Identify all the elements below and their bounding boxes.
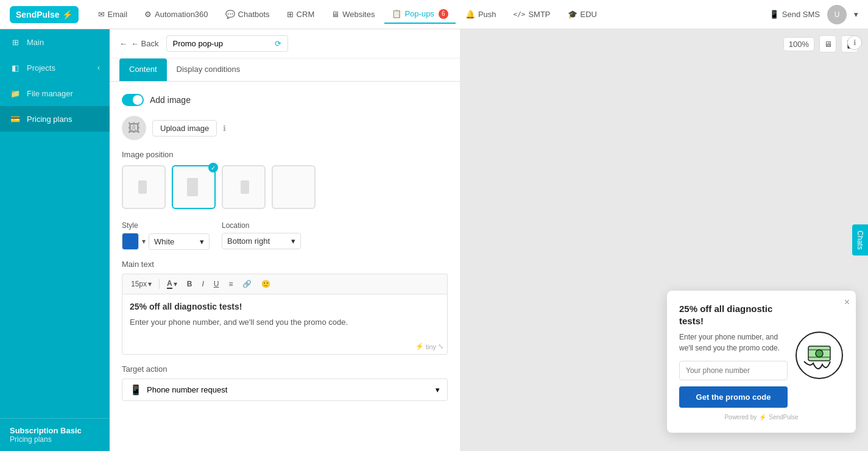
main-icon: ⊞: [10, 37, 21, 48]
popups-icon: 📋: [392, 9, 401, 18]
nav-email[interactable]: ✉ Email: [91, 6, 135, 23]
style-label: Style: [122, 221, 210, 230]
send-sms-button[interactable]: 📱 Send SMS: [769, 10, 820, 19]
position-option-full-width[interactable]: [272, 165, 316, 209]
add-image-toggle[interactable]: [122, 94, 144, 106]
chevron-down-icon[interactable]: ▾: [854, 10, 858, 19]
projects-chevron: ‹: [97, 63, 100, 72]
nav-chatbots[interactable]: 💬 Chatbots: [218, 6, 277, 23]
font-size-selector[interactable]: 15px ▾: [129, 279, 154, 289]
sidebar-item-projects[interactable]: ◧ Projects ‹: [0, 55, 110, 80]
emoji-tool[interactable]: 🙂: [259, 279, 273, 289]
text-toolbar: 15px ▾ A ▾ B I U ≡ 🔗 🙂: [122, 274, 448, 294]
main-text-section: Main text 15px ▾ A ▾ B I U: [122, 260, 448, 355]
chevron-down-icon-font: ▾: [148, 280, 152, 288]
refresh-icon: ⟳: [275, 39, 281, 48]
desktop-icon: 🖥: [824, 40, 832, 49]
image-position-label: Image position: [122, 150, 448, 159]
sidebar-item-pricing-plans[interactable]: 💳 Pricing plans: [0, 106, 110, 132]
location-group: Location Bottom right ▾: [222, 221, 301, 250]
toolbar-divider-1: [159, 279, 160, 289]
chevron-down-icon-style[interactable]: ▾: [142, 237, 146, 246]
tab-content[interactable]: Content: [119, 59, 167, 81]
pos-icon-full-width: [289, 173, 298, 201]
image-placeholder: 🖼: [122, 116, 146, 140]
sidebar-footer: Subscription Basic Pricing plans: [0, 418, 110, 451]
brand-logo[interactable]: SendPulse ⚡: [10, 6, 79, 23]
nav-crm[interactable]: ⊞ CRM: [280, 6, 322, 23]
plan-name: Subscription Basic: [10, 426, 100, 435]
powered-brand-name: SendPulse: [769, 414, 798, 421]
add-image-row: Add image: [122, 94, 448, 106]
color-swatch[interactable]: [122, 233, 139, 250]
main-layout: ⊞ Main ◧ Projects ‹ 📁 File manager 💳 Pri…: [0, 29, 868, 451]
location-dropdown[interactable]: Bottom right ▾: [222, 233, 301, 249]
image-placeholder-icon: 🖼: [128, 121, 140, 135]
theme-dropdown[interactable]: White ▾: [149, 233, 210, 250]
popup-title: 25% off all diagnostic tests!: [679, 303, 788, 327]
editor-scroll[interactable]: Add image 🖼 Upload image ℹ Image positio…: [110, 82, 460, 451]
powered-by-text: Powered by: [724, 414, 757, 421]
popup-close-button[interactable]: ×: [844, 297, 850, 308]
link-tool[interactable]: 🔗: [240, 279, 254, 289]
text-editor[interactable]: 25% off all diagnostic tests! Enter your…: [122, 294, 448, 355]
font-color-tool[interactable]: A ▾: [164, 278, 180, 290]
desktop-view-button[interactable]: 🖥: [819, 35, 836, 52]
bold-tool[interactable]: B: [185, 279, 195, 289]
back-arrow-icon: ←: [119, 39, 127, 48]
chatbots-icon: 💬: [225, 10, 235, 19]
popup-cta-button[interactable]: Get the promo code: [679, 386, 788, 408]
popup-phone-input[interactable]: [679, 361, 788, 380]
resize-handle[interactable]: ⤡: [438, 343, 443, 350]
style-group: Style ▾ White ▾: [122, 221, 210, 250]
preview-info-button[interactable]: ℹ: [847, 35, 862, 50]
align-tool[interactable]: ≡: [226, 279, 235, 289]
brand-name: SendPulse: [16, 10, 60, 20]
chats-tab[interactable]: Chats: [852, 224, 868, 255]
position-selected-check: ✓: [208, 163, 218, 172]
nav-edu[interactable]: 🎓 EDU: [560, 6, 604, 23]
font-color-icon: A: [167, 279, 172, 289]
chevron-down-icon-location: ▾: [291, 236, 295, 246]
svg-point-2: [816, 350, 823, 357]
nav-websites[interactable]: 🖥 Websites: [324, 6, 382, 23]
tab-display-conditions[interactable]: Display conditions: [167, 59, 250, 81]
italic-tool[interactable]: I: [199, 279, 206, 289]
nav-popups[interactable]: 📋 Pop-ups 6: [384, 5, 455, 24]
position-option-left-inline[interactable]: [122, 165, 166, 209]
text-bold-content: 25% off all diagnostic tests!: [130, 302, 440, 311]
image-position-section: Image position: [122, 150, 448, 209]
popup-footer: Powered by ⚡ SendPulse: [679, 414, 844, 421]
tabs-row: Content Display conditions: [110, 59, 460, 82]
image-upload-row: 🖼 Upload image ℹ: [122, 116, 448, 140]
upload-image-button[interactable]: Upload image: [152, 120, 217, 137]
sidebar-item-file-manager[interactable]: 📁 File manager: [0, 80, 110, 106]
preview-area: 100% 🖥 📱 ℹ × 25% off all diagnostic test…: [460, 29, 868, 451]
text-normal-content: Enter your phone number, and we'll send …: [130, 316, 440, 328]
style-location-row: Style ▾ White ▾ Location: [122, 221, 448, 250]
nav-smtp[interactable]: </> SMTP: [506, 6, 558, 23]
pos-icon-left-inline: [133, 176, 154, 199]
pos-icon-left-large: [182, 173, 205, 201]
info-icon[interactable]: ℹ: [223, 124, 226, 133]
position-option-left-large[interactable]: ✓: [172, 165, 216, 209]
pos-icon-right-inline: [233, 176, 254, 199]
plan-label: Pricing plans: [10, 435, 100, 444]
sidebar-item-main[interactable]: ⊞ Main: [0, 29, 110, 55]
underline-tool[interactable]: U: [211, 279, 222, 289]
add-image-label: Add image: [150, 95, 191, 105]
file-manager-icon: 📁: [10, 88, 21, 99]
popup-preview-widget: × 25% off all diagnostic tests! Enter yo…: [667, 291, 856, 433]
nav-automation360[interactable]: ⚙ Automation360: [137, 6, 215, 23]
smtp-icon: </>: [513, 10, 526, 18]
back-button[interactable]: ← ← Back: [119, 39, 159, 48]
target-action-dropdown[interactable]: 📱 Phone number request ▾: [122, 378, 448, 401]
chevron-down-icon-theme: ▾: [200, 237, 204, 246]
nav-push[interactable]: 🔔 Push: [458, 6, 504, 23]
position-option-right-inline[interactable]: [222, 165, 266, 209]
position-options: ✓: [122, 165, 448, 209]
top-navigation: SendPulse ⚡ ✉ Email ⚙ Automation360 💬 Ch…: [0, 0, 868, 29]
popup-name-field[interactable]: Promo pop-up ⟳: [166, 35, 288, 52]
user-avatar[interactable]: U: [827, 5, 847, 24]
edu-icon: 🎓: [568, 10, 577, 19]
